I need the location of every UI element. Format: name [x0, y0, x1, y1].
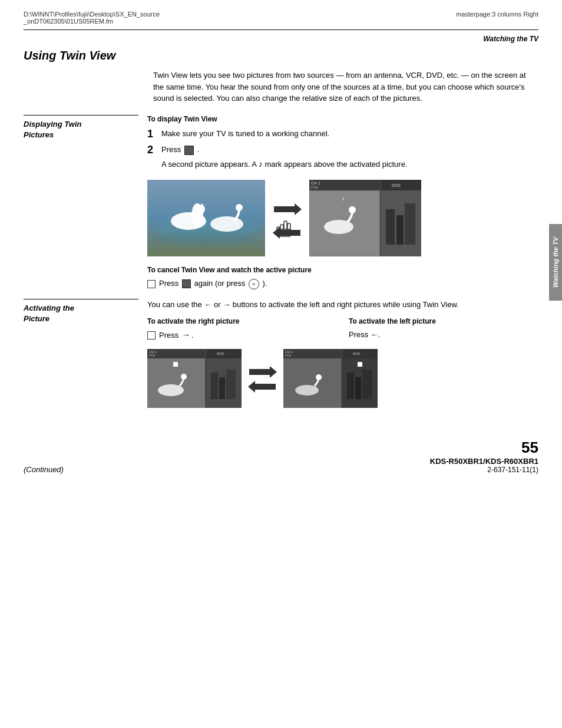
- twin-button-icon: [184, 146, 194, 155]
- step-1: 1 Make sure your TV is tuned to a workin…: [147, 128, 538, 141]
- step-content-2: Press . A second picture appears. A ♪ ma…: [161, 144, 538, 173]
- activate-columns: To activate the right picture Press →. T…: [147, 317, 538, 343]
- section-divider-2: [24, 299, 138, 299]
- cancel-circle-icon: ≈: [249, 279, 259, 289]
- svg-point-7: [156, 232, 256, 246]
- header-left: D:\WINNT\Profiles\fujii\Desktop\SX_EN_so…: [24, 11, 160, 25]
- left-text: Press ←.: [349, 330, 538, 339]
- section-divider: [24, 115, 138, 116]
- step-number-2: 2: [147, 144, 161, 157]
- arrow-hand: [271, 195, 303, 242]
- svg-rect-52: [347, 373, 354, 399]
- bottom-right: 55 KDS-R50XBR1/KDS-R60XBR1 2-637-151-11(…: [430, 439, 538, 474]
- svg-point-36: [181, 374, 187, 380]
- cancel-button-icon: [182, 279, 191, 288]
- svg-point-21: [349, 206, 356, 213]
- step-number-1: 1: [147, 128, 161, 141]
- right-bullet: Press →.: [147, 330, 337, 340]
- svg-point-50: [316, 374, 322, 380]
- activating-intro: You can use the ← or → buttons to activa…: [147, 299, 538, 311]
- step-content-1: Make sure your TV is tuned to a working …: [161, 128, 538, 140]
- watching-tv-label: Watching the TV: [0, 30, 562, 43]
- svg-rect-24: [386, 209, 395, 245]
- left-state-image: CH 1 FOX DVD: [147, 349, 242, 408]
- svg-rect-26: [405, 203, 415, 245]
- section-heading-activating: Activating the Picture: [24, 303, 138, 324]
- svg-rect-48: [283, 358, 341, 408]
- left-picture-title: To activate the left picture: [349, 317, 538, 325]
- step2-note: A second picture appears. A ♪ mark appea…: [161, 158, 538, 170]
- header: D:\WINNT\Profiles\fujii\Desktop\SX_EN_so…: [0, 0, 562, 25]
- step-list: 1 Make sure your TV is tuned to a workin…: [147, 128, 538, 173]
- right-state-image: CH 1 FOX DVD: [283, 349, 378, 408]
- page-title: Using Twin View: [24, 49, 538, 62]
- svg-rect-54: [362, 370, 372, 399]
- continued-label: (Continued): [24, 465, 64, 474]
- doc-number: 2-637-151-11(1): [430, 466, 538, 474]
- sidebar-tab-label: Watching the TV: [552, 237, 559, 288]
- page-number: 55: [430, 439, 538, 457]
- svg-text:DVD: DVD: [353, 352, 361, 355]
- arrow-between-svg: [246, 360, 279, 396]
- svg-rect-53: [355, 377, 361, 399]
- svg-text:CH 1: CH 1: [311, 181, 320, 185]
- right-arrow-icon: →: [182, 330, 190, 340]
- svg-text:DVD: DVD: [392, 183, 401, 187]
- model-number: KDS-R50XBR1/KDS-R60XBR1: [430, 457, 538, 466]
- svg-point-6: [236, 204, 243, 211]
- arrow-between: [246, 360, 279, 397]
- section-right-activating: You can use the ← or → buttons to activa…: [147, 299, 538, 416]
- bottom-area: (Continued) 55 KDS-R50XBR1/KDS-R60XBR1 2…: [0, 427, 562, 486]
- svg-text:FOX: FOX: [311, 186, 318, 189]
- right-state-svg: CH 1 FOX DVD: [283, 349, 378, 408]
- section-left-activating: Activating the Picture: [24, 299, 147, 416]
- section-right-displaying: To display Twin View 1 Make sure your TV…: [147, 115, 538, 293]
- intro-text: Twin View lets you see two pictures from…: [153, 70, 538, 104]
- svg-rect-39: [219, 377, 225, 399]
- cancel-title: To cancel Twin View and watch the active…: [147, 266, 538, 274]
- bullet-checkbox: [147, 280, 156, 288]
- header-right: masterpage:3 columns Right: [456, 11, 538, 25]
- right-press-text: Press →.: [159, 330, 193, 340]
- step-2: 2 Press . A second picture appears. A: [147, 144, 538, 173]
- cancel-text: Press again (or press ≈ ).: [159, 279, 267, 289]
- svg-rect-38: [211, 373, 218, 399]
- left-state-svg: CH 1 FOX DVD: [147, 349, 242, 408]
- swan-svg: [147, 180, 265, 256]
- svg-rect-40: [226, 370, 236, 399]
- svg-rect-41: [173, 362, 178, 367]
- cancel-bullet: Press again (or press ≈ ).: [147, 279, 538, 289]
- displaying-section: Displaying Twin Pictures To display Twin…: [24, 115, 538, 293]
- main-content: Using Twin View Twin View lets you see t…: [0, 49, 562, 415]
- twin-view-result: CH 1 FOX DVD: [309, 180, 421, 256]
- section-left-displaying: Displaying Twin Pictures: [24, 115, 147, 293]
- svg-rect-55: [358, 362, 362, 367]
- left-picture-col: To activate the left picture Press ←.: [349, 317, 538, 343]
- svg-rect-17: [381, 180, 421, 190]
- right-bullet-box: [147, 331, 156, 340]
- arrow-hand-svg: [271, 195, 303, 242]
- svg-text:DVD: DVD: [217, 352, 224, 355]
- display-demo-images: CH 1 FOX DVD: [147, 180, 538, 256]
- swan-image: [147, 180, 265, 256]
- activating-section: Activating the Picture You can use the ←…: [24, 299, 538, 416]
- svg-text:FOX: FOX: [149, 354, 156, 357]
- twin-view-svg: CH 1 FOX DVD: [309, 180, 421, 256]
- right-picture-title: To activate the right picture: [147, 317, 337, 325]
- section-heading-displaying: Displaying Twin Pictures: [24, 119, 138, 140]
- svg-rect-25: [396, 215, 404, 245]
- page-wrapper: D:\WINNT\Profiles\fujii\Desktop\SX_EN_so…: [0, 0, 562, 728]
- right-sidebar-tab: Watching the TV: [549, 224, 562, 301]
- activate-demo-images: CH 1 FOX DVD: [147, 349, 538, 408]
- right-picture-col: To activate the right picture Press →.: [147, 317, 337, 343]
- svg-text:FOX: FOX: [285, 354, 292, 357]
- svg-point-5: [210, 216, 243, 232]
- svg-text:♪: ♪: [342, 195, 345, 202]
- music-note-icon: ♪: [259, 159, 263, 169]
- subsection-title-display: To display Twin View: [147, 115, 538, 123]
